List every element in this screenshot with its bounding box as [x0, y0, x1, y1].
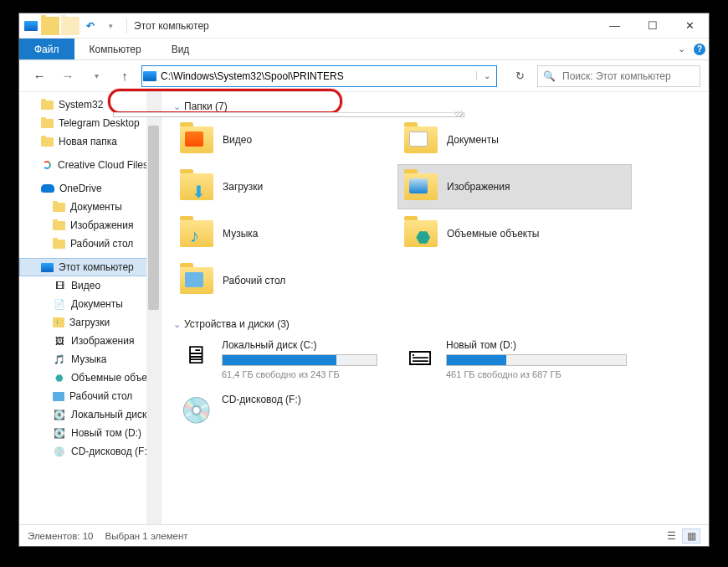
folder-icon — [53, 203, 65, 212]
tree-item[interactable]: Загрузки — [19, 313, 161, 332]
folder-icon — [179, 122, 214, 157]
tree-item-label: System32 — [59, 99, 103, 111]
status-selection: Выбран 1 элемент — [105, 531, 187, 541]
folder-icon — [41, 101, 54, 110]
maximize-button[interactable]: ☐ — [633, 13, 671, 38]
chevron-down-icon: ⌄ — [173, 101, 181, 112]
tree-item[interactable]: Музыка — [19, 350, 161, 369]
tree-item[interactable]: Рабочий стол — [19, 235, 161, 253]
folder-label: Видео — [223, 134, 252, 146]
folder-item[interactable]: Видео — [173, 117, 382, 162]
search-box[interactable]: 🔍 — [537, 65, 700, 87]
location-pc-icon — [143, 71, 156, 81]
help-button[interactable]: ? — [690, 39, 709, 59]
qat-dropdown[interactable]: ▾ — [101, 17, 120, 35]
window-title: Этот компьютер — [134, 20, 209, 32]
address-suggestions[interactable] — [113, 112, 464, 117]
folder-icon — [53, 240, 65, 249]
tree-item[interactable]: Видео — [19, 276, 161, 295]
cd-icon — [53, 446, 66, 457]
folder-icon — [41, 137, 54, 147]
folder-icon — [41, 119, 54, 128]
tree-item-label: Документы — [70, 201, 122, 213]
address-dropdown[interactable]: ⌄ — [476, 71, 496, 80]
folder-item[interactable]: Объемные объекты — [397, 211, 632, 256]
search-input[interactable] — [561, 70, 695, 83]
address-bar[interactable]: ⌄ — [141, 65, 497, 87]
tree-item[interactable]: Рабочий стол — [19, 387, 161, 405]
tree-item[interactable]: Объемные объек — [19, 369, 161, 387]
refresh-button[interactable]: ↻ — [507, 65, 532, 87]
drive-name: Локальный диск (C:) — [222, 339, 377, 351]
tree-item[interactable]: Изображения — [19, 332, 161, 350]
qat-new-folder[interactable] — [61, 17, 79, 35]
tree-item[interactable]: System32 — [19, 95, 161, 114]
tree-item[interactable]: Новая папка — [19, 132, 161, 151]
drive-icon: 💿 — [178, 393, 213, 426]
tree-item[interactable]: Этот компьютер — [19, 258, 161, 276]
folder-item[interactable]: Рабочий стол — [173, 258, 382, 303]
tree-item[interactable]: OneDrive — [19, 179, 161, 198]
tree-item[interactable]: Документы — [19, 295, 161, 313]
group-folders-label: Папки (7) — [184, 101, 228, 112]
tree-item[interactable]: Новый том (D:) — [19, 424, 161, 442]
tree-item-label: Новый том (D:) — [71, 427, 141, 439]
nav-back[interactable]: ← — [28, 64, 51, 88]
group-header-drives[interactable]: ⌄ Устройства и диски (3) — [173, 318, 709, 330]
folder-icon — [403, 122, 438, 157]
tree-item[interactable]: Документы — [19, 198, 161, 216]
tab-file[interactable]: Файл — [19, 39, 74, 59]
tree-item-label: OneDrive — [59, 183, 102, 194]
tree-scrollbar[interactable] — [146, 92, 161, 524]
tree-item[interactable]: CD-дисковод (F:) — [19, 442, 161, 461]
folder-label: Рабочий стол — [223, 275, 285, 286]
qat-undo[interactable]: ↶ — [81, 17, 100, 35]
tree-item-label: Видео — [71, 280, 100, 291]
content-pane: ⌄ Папки (7) ВидеоДокументыЗагрузкиИзобра… — [161, 92, 709, 524]
tab-view[interactable]: Вид — [156, 39, 205, 59]
3d-icon — [53, 372, 66, 384]
folder-label: Музыка — [223, 228, 258, 240]
folder-label: Объемные объекты — [447, 228, 539, 240]
drive-name: Новый том (D:) — [446, 339, 627, 351]
group-header-folders[interactable]: ⌄ Папки (7) — [173, 101, 709, 112]
vid-icon — [53, 280, 66, 291]
nav-recent[interactable]: ▾ — [85, 64, 108, 88]
drive-item[interactable]: 🖥Локальный диск (C:)61,4 ГБ свободно из … — [173, 335, 382, 383]
folder-item[interactable]: Загрузки — [173, 164, 382, 209]
ribbon-expand[interactable]: ⌄ — [672, 39, 690, 59]
minimize-button[interactable]: — — [596, 13, 633, 38]
drive-capacity: 61,4 ГБ свободно из 243 ГБ — [222, 369, 377, 379]
status-count: Элементов: 10 — [28, 531, 93, 541]
tree-item-label: Изображения — [71, 335, 134, 347]
drive-item[interactable]: 🖴Новый том (D:)461 ГБ свободно из 687 ГБ — [397, 335, 632, 383]
address-input[interactable] — [161, 67, 476, 85]
nav-forward[interactable]: → — [56, 64, 79, 88]
folder-icon — [179, 263, 214, 298]
folder-item[interactable]: Музыка — [173, 211, 382, 256]
view-tiles[interactable]: ▦ — [682, 528, 700, 544]
tree-item[interactable]: Creative Cloud Files — [19, 156, 161, 174]
disk-icon — [53, 427, 66, 439]
tree-item[interactable]: Изображения — [19, 216, 161, 235]
view-details[interactable]: ☰ — [662, 528, 680, 544]
tree-item-label: Локальный диск ( — [71, 409, 153, 420]
nav-tree[interactable]: System32Telegram DesktopНовая папкаCreat… — [19, 92, 161, 524]
folder-item[interactable]: Документы — [397, 117, 632, 162]
folder-item[interactable]: Изображения — [397, 164, 632, 209]
folder-label: Документы — [447, 134, 499, 146]
tree-item-label: Telegram Desktop — [59, 117, 140, 129]
monitor-icon — [24, 21, 38, 31]
drive-item[interactable]: 💿CD-дисковод (F:) — [173, 389, 382, 430]
tree-item-label: Новая папка — [59, 136, 117, 147]
nav-up[interactable]: ↑ — [113, 64, 136, 88]
close-button[interactable]: ✕ — [671, 13, 709, 38]
doc-icon — [53, 298, 66, 310]
qat-properties[interactable] — [41, 17, 59, 35]
tree-item-label: Объемные объек — [71, 372, 151, 384]
tab-computer[interactable]: Компьютер — [74, 39, 156, 59]
tree-item[interactable]: Локальный диск ( — [19, 405, 161, 424]
img-icon — [53, 335, 66, 347]
status-bar: Элементов: 10 Выбран 1 элемент ☰ ▦ — [19, 524, 709, 546]
pc-icon — [41, 263, 54, 272]
